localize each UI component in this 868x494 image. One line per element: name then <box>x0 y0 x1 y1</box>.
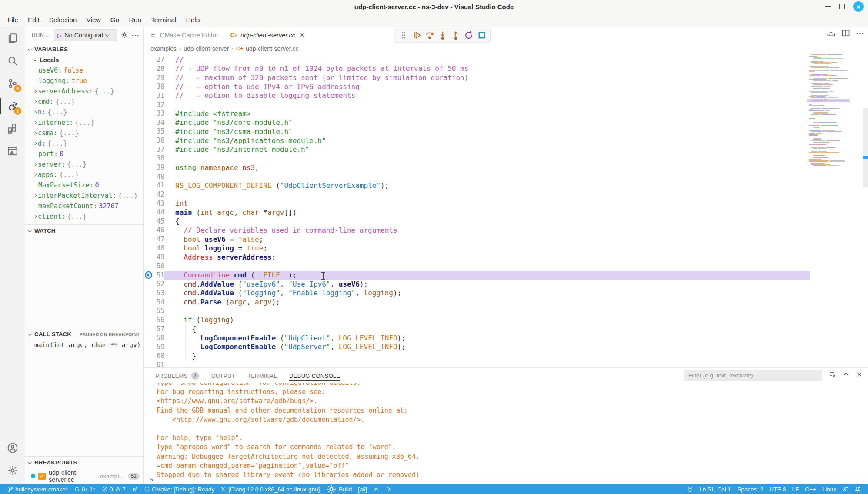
variable-row-MaxPacketSize[interactable]: MaxPacketSize: 0 <box>25 180 143 190</box>
status-debug-status[interactable] <box>129 484 141 494</box>
menu-item-go[interactable]: Go <box>106 14 124 26</box>
activity-account[interactable] <box>0 437 25 459</box>
code-line-34[interactable]: 34#include "ns3/core-module.h" <box>144 118 868 127</box>
code-line-35[interactable]: 35#include "ns3/csma-module.h" <box>144 127 868 136</box>
breakpoint-row[interactable]: ✓udp-client-server.ccexampl...51 <box>25 468 143 484</box>
status-launch-target[interactable] <box>382 484 394 494</box>
variable-row-cmd[interactable]: cmd: {...} <box>25 97 143 107</box>
status-language[interactable]: C++ <box>802 484 819 494</box>
debug-config-dropdown[interactable]: ▷ No Configural <box>54 29 117 41</box>
status-indentation[interactable]: Spaces: 2 <box>734 484 766 494</box>
variable-row-logging[interactable]: logging: true <box>25 76 143 86</box>
close-icon[interactable]: × <box>300 31 304 39</box>
variable-row-maxPacketCount[interactable]: maxPacketCount: 32767 <box>25 201 143 211</box>
code-line-47[interactable]: 47 bool useV6 = false; <box>144 235 868 244</box>
status-sync[interactable]: 0↓ 1↑ <box>71 484 99 494</box>
code-editor[interactable]: 27//28// - UDP flow from n0 to n1 of 102… <box>144 54 868 367</box>
gear-icon[interactable] <box>120 31 128 40</box>
menu-item-edit[interactable]: Edit <box>23 14 44 26</box>
close-icon[interactable]: × <box>853 1 864 12</box>
code-line-58[interactable]: 58 LogComponentEnable ("UdpClient", LOG_… <box>144 334 868 343</box>
status-problems[interactable]: 07 <box>99 484 129 494</box>
code-line-45[interactable]: 45{ <box>144 217 868 226</box>
code-line-32[interactable]: 32 <box>144 100 868 109</box>
status-debug-target[interactable] <box>370 484 382 494</box>
call-stack-frame[interactable]: main(int argc, char ** argv) u... <box>25 340 143 350</box>
activity-source-control[interactable]: 6 <box>0 72 25 95</box>
status-notifications[interactable] <box>851 484 864 494</box>
code-line-60[interactable]: 60 } <box>144 351 868 360</box>
breadcrumb-item[interactable]: udp-client-server.cc <box>246 45 298 52</box>
menu-item-file[interactable]: File <box>3 14 23 26</box>
status-cmake-status[interactable]: CMake: [Debug]: Ready <box>141 484 217 494</box>
debug-drag-handle-button[interactable] <box>398 30 409 41</box>
split-editor-button[interactable] <box>841 29 850 39</box>
status-eol[interactable]: LF <box>789 484 802 494</box>
code-line-59[interactable]: 59 LogComponentEnable ("UdpServer", LOG_… <box>144 343 868 352</box>
variable-row-serverAddress[interactable]: serverAddress: {...} <box>25 86 143 97</box>
activity-extensions[interactable] <box>0 117 25 140</box>
variable-row-interPacketInterval[interactable]: interPacketInterval: {...} <box>25 190 143 201</box>
close-panel-button[interactable] <box>856 371 863 380</box>
status-target[interactable]: [all] <box>355 484 370 494</box>
code-line-48[interactable]: 48 bool logging = true; <box>144 244 868 253</box>
code-line-54[interactable]: 54 cmd.Parse (argc, argv); <box>144 297 868 307</box>
status-cursor-position[interactable]: Ln 51, Col 1 <box>696 484 734 494</box>
code-line-42[interactable]: 42 <box>144 190 868 199</box>
menu-item-terminal[interactable]: Terminal <box>146 14 181 26</box>
code-line-55[interactable]: 55 <box>144 307 868 316</box>
variable-row-csma[interactable]: csma: {...} <box>25 128 143 138</box>
code-line-39[interactable]: 39using namespace ns3; <box>144 163 868 172</box>
status-db[interactable] <box>684 484 696 494</box>
maximize-panel-button[interactable] <box>842 371 849 380</box>
minimize-icon[interactable] <box>825 6 831 7</box>
run-task-button[interactable] <box>827 29 835 39</box>
panel-tab-debug-console[interactable]: DEBUG CONSOLE <box>289 368 340 383</box>
variable-row-port[interactable]: port: 0 <box>25 149 143 159</box>
menu-item-selection[interactable]: Selection <box>44 14 82 26</box>
more-actions-icon[interactable]: ··· <box>132 32 140 39</box>
variable-row-useV6[interactable]: useV6: false <box>25 65 143 76</box>
debug-step-into-button[interactable] <box>437 30 448 41</box>
code-line-37[interactable]: 37#include "ns3/internet-module.h" <box>144 145 868 154</box>
code-line-36[interactable]: 36#include "ns3/applications-module.h" <box>144 136 868 145</box>
panel-tab-terminal[interactable]: TERMINAL <box>247 368 277 383</box>
code-line-51[interactable]: ▶51 CommandLine cmd (__FILE__); <box>144 270 868 280</box>
menu-item-run[interactable]: Run <box>124 14 146 26</box>
more-actions-button[interactable]: ··· <box>856 30 865 38</box>
code-line-52[interactable]: 52 cmd.AddValue ("useIpv6", "Use Ipv6", … <box>144 280 868 289</box>
activity-search[interactable] <box>0 50 25 72</box>
debug-continue-button[interactable] <box>411 30 422 41</box>
variables-section-header[interactable]: VARIABLES <box>25 43 143 55</box>
code-line-53[interactable]: 53 cmd.AddValue ("logging", "Enable logg… <box>144 289 868 298</box>
debug-stop-button[interactable] <box>476 30 487 41</box>
code-line-44[interactable]: 44main (int argc, char *argv[]) <box>144 208 868 217</box>
tab-udp-client-server-cc[interactable]: C+udp-client-server.cc× <box>224 27 310 43</box>
status-remote-os[interactable]: Linux <box>819 484 839 494</box>
status-build[interactable]: Build <box>323 484 355 494</box>
panel-tab-problems[interactable]: PROBLEMS7 <box>155 368 199 383</box>
minimap[interactable] <box>809 54 849 367</box>
status-kit[interactable]: [Clang 12.0.0 x86_64-pc-linux-gnu] <box>217 484 323 494</box>
code-line-38[interactable]: 38 <box>144 154 868 163</box>
breakpoints-section-header[interactable]: BREAKPOINTS <box>25 456 143 468</box>
status-encoding[interactable]: UTF-8 <box>766 484 789 494</box>
watch-section-header[interactable]: WATCH <box>25 224 143 236</box>
panel-tab-output[interactable]: OUTPUT <box>211 368 235 383</box>
code-line-28[interactable]: 28// - UDP flow from n0 to n1 of 1024 by… <box>144 64 868 73</box>
code-line-50[interactable]: 50 <box>144 262 868 271</box>
code-line-43[interactable]: 43int <box>144 199 868 208</box>
activity-explorer[interactable] <box>0 27 25 50</box>
debug-restart-button[interactable] <box>463 30 474 41</box>
code-line-40[interactable]: 40 <box>144 172 868 181</box>
tab-cmake-cache-editor[interactable]: CMake Cache Editor <box>144 27 224 43</box>
code-line-27[interactable]: 27// <box>144 55 868 64</box>
code-line-30[interactable]: 30// - option to use IPv4 or IPv6 addres… <box>144 82 868 91</box>
status-feedback[interactable] <box>839 484 851 494</box>
call-stack-section-header[interactable]: CALL STACK PAUSED ON BREAKPOINT <box>25 328 143 340</box>
code-line-33[interactable]: 33#include <fstream> <box>144 109 868 118</box>
variables-group-locals[interactable]: Locals <box>25 55 143 65</box>
maximize-icon[interactable] <box>839 4 845 9</box>
debug-step-out-button[interactable] <box>450 30 461 41</box>
breadcrumb-item[interactable]: examples <box>150 45 177 52</box>
